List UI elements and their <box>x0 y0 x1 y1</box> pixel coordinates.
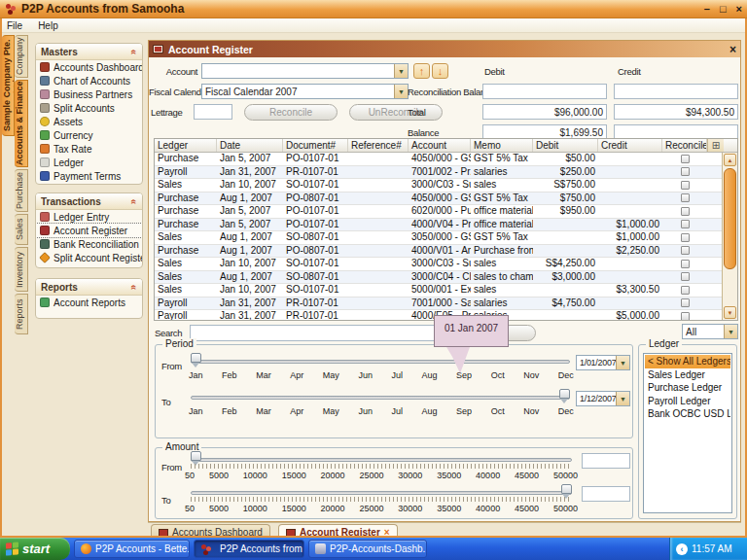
col-date[interactable]: Date <box>217 139 283 152</box>
reconciled-checkbox[interactable] <box>681 312 690 320</box>
table-row[interactable]: SalesAug 1, 2007SO-0807-013000/C04 - Ch.… <box>155 271 723 285</box>
table-row[interactable]: PurchaseAug 1, 2007PO-0807-014000/V01 - … <box>155 245 723 259</box>
move-down-button[interactable]: ↓ <box>432 63 448 79</box>
col-account[interactable]: Account <box>409 139 471 152</box>
col-ledger[interactable]: Ledger <box>155 139 217 152</box>
reconciled-checkbox[interactable] <box>681 220 690 228</box>
sidebar-item-assets[interactable]: Assets <box>36 115 142 128</box>
reconcile-button[interactable]: Reconcile <box>244 104 338 121</box>
sidebar-item-split-accounts[interactable]: Split Accounts <box>36 101 142 115</box>
amount-from-input[interactable] <box>582 453 630 469</box>
close-icon[interactable]: × <box>736 3 742 15</box>
account-combobox[interactable]: ▼ <box>201 63 409 79</box>
lettrage-input[interactable] <box>194 104 232 120</box>
amount-from-thumb[interactable] <box>191 451 201 461</box>
start-button[interactable]: start <box>0 538 70 560</box>
reconciled-checkbox[interactable] <box>681 181 690 190</box>
amount-to-slider[interactable] <box>191 491 572 495</box>
scroll-up-icon[interactable]: ▲ <box>724 154 736 166</box>
col-credit[interactable]: Credit <box>598 139 662 152</box>
period-to-thumb[interactable] <box>559 389 570 399</box>
table-row[interactable]: SalesAug 1, 2007SO-0807-013050/000 - GS.… <box>155 231 723 245</box>
period-to-date-combobox[interactable]: 1/12/2007▼ <box>576 391 630 406</box>
chevron-down-icon[interactable]: ▼ <box>724 325 737 338</box>
tray-collapse-icon[interactable]: ‹ <box>676 543 688 555</box>
reconciled-checkbox[interactable] <box>681 155 690 163</box>
sidebar-item-bank-reconciliation[interactable]: Bank Reconciliation <box>36 237 142 251</box>
sidebar-item-business-partners[interactable]: Business Partners <box>36 88 142 101</box>
amount-to-input[interactable] <box>582 486 630 502</box>
table-row[interactable]: PurchaseJan 5, 2007PO-0107-016020/000 - … <box>155 205 723 219</box>
sidebar-item-ledger-entry[interactable]: Ledger Entry <box>36 210 142 224</box>
sidebar-item-currency[interactable]: Currency <box>36 128 142 142</box>
column-chooser-icon[interactable]: ⊞ <box>707 139 724 152</box>
reconciled-checkbox[interactable] <box>681 246 690 255</box>
restore-icon[interactable]: □ <box>720 3 727 15</box>
table-row[interactable]: PurchaseJan 5, 2007PO-0107-014050/000 - … <box>155 153 723 166</box>
chevron-down-icon[interactable]: ▼ <box>394 64 408 78</box>
table-row[interactable]: PurchaseJan 5, 2007PO-0107-014000/V04 - … <box>155 219 723 232</box>
amount-to-thumb[interactable] <box>561 484 572 494</box>
reconciled-checkbox[interactable] <box>681 167 690 176</box>
reconciled-checkbox[interactable] <box>681 272 690 281</box>
ledger-filter-combobox[interactable]: All▼ <box>682 324 738 339</box>
tab-reports[interactable]: Reports <box>15 294 28 334</box>
sidebar-item-chart-of-accounts[interactable]: Chart of Accounts <box>36 74 142 88</box>
ledger-list-item[interactable]: Sales Ledger <box>645 368 730 382</box>
table-row[interactable]: PurchaseAug 1, 2007PO-0807-014050/000 - … <box>155 192 723 206</box>
period-from-thumb[interactable] <box>191 353 201 363</box>
sidebar-item-payment-terms[interactable]: Payment Terms <box>36 169 142 183</box>
reconciled-checkbox[interactable] <box>681 260 690 268</box>
tab-inventory[interactable]: Inventory <box>15 247 28 292</box>
taskbar-item-dashboard-doc[interactable]: P2P-Accounts-Dashb... <box>308 540 427 558</box>
scroll-down-icon[interactable]: ▼ <box>724 306 736 319</box>
col-debit[interactable]: Debit <box>533 139 598 152</box>
sidebar-item-ledger[interactable]: Ledger <box>36 156 142 169</box>
taskbar-item-browser[interactable]: P2P Accounts - Bette... <box>74 540 190 558</box>
menu-help[interactable]: Help <box>38 20 58 31</box>
panel-close-icon[interactable]: × <box>729 43 736 56</box>
search-input[interactable] <box>190 325 445 341</box>
sidebar-item-account-reports[interactable]: Account Reports <box>36 296 142 309</box>
table-row[interactable]: SalesJan 10, 2007SO-0107-015000/001 - Ex… <box>155 284 723 298</box>
taskbar-item-p2p-accounts[interactable]: P2P Accounts from S... <box>194 540 304 558</box>
table-row[interactable]: SalesJan 10, 2007SO-0107-013000/C03 - Su… <box>155 179 723 192</box>
table-row[interactable]: PayrollJan 31, 2007PR-0107-017001/002 - … <box>155 166 723 180</box>
collapse-chevron-icon[interactable]: « <box>129 284 140 290</box>
period-to-slider[interactable] <box>191 396 570 400</box>
period-from-date-combobox[interactable]: 1/01/2007▼ <box>576 355 630 370</box>
reconciliation-debit-field[interactable] <box>482 84 607 99</box>
col-memo[interactable]: Memo <box>471 139 533 152</box>
chevron-down-icon[interactable]: ▼ <box>616 392 629 405</box>
tab-sales[interactable]: Sales <box>15 214 28 245</box>
reconciled-checkbox[interactable] <box>681 193 690 202</box>
tab-close-icon[interactable]: × <box>384 527 390 538</box>
reconciled-checkbox[interactable] <box>681 298 690 307</box>
minimize-icon[interactable]: – <box>704 3 710 15</box>
tab-sample-company[interactable]: Sample Company Pte. Ltd. <box>2 35 15 136</box>
sidebar-item-split-account-register[interactable]: Split Account Register <box>36 251 142 264</box>
ledger-list-item[interactable]: Bank OCBC USD Ledger <box>645 407 730 421</box>
period-from-slider[interactable] <box>191 360 570 364</box>
col-document[interactable]: Document# <box>283 139 348 152</box>
collapse-chevron-icon[interactable]: « <box>129 49 140 54</box>
vertical-scrollbar[interactable]: ▲ ▼ <box>722 153 737 320</box>
chevron-down-icon[interactable]: ▼ <box>616 356 629 369</box>
tab-purchase[interactable]: Purchase <box>15 169 28 212</box>
fiscal-calendar-combobox[interactable]: Fiscal Calendar 2007▼ <box>201 84 409 99</box>
ledger-list-item[interactable]: < Show All Ledgers > <box>645 355 730 368</box>
sidebar-item-account-register[interactable]: Account Register <box>36 224 142 237</box>
amount-from-slider[interactable] <box>191 458 572 462</box>
sidebar-item-accounts-dashboard[interactable]: Accounts Dashboard <box>36 60 142 74</box>
ledger-list-item[interactable]: Payroll Ledger <box>645 395 730 408</box>
chevron-down-icon[interactable]: ▼ <box>394 85 408 98</box>
move-up-button[interactable]: ↑ <box>413 63 430 79</box>
reconciled-checkbox[interactable] <box>681 233 690 242</box>
col-reference[interactable]: Reference# <box>348 139 409 152</box>
reconciled-checkbox[interactable] <box>681 286 690 295</box>
col-reconciled[interactable]: Reconciled <box>662 139 707 152</box>
tab-accounts-finance[interactable]: Accounts & Finance <box>15 80 28 167</box>
reconciliation-credit-field[interactable] <box>614 84 738 99</box>
unreconcile-button[interactable]: UnReconcile <box>349 104 443 121</box>
collapse-chevron-icon[interactable]: « <box>129 198 140 204</box>
